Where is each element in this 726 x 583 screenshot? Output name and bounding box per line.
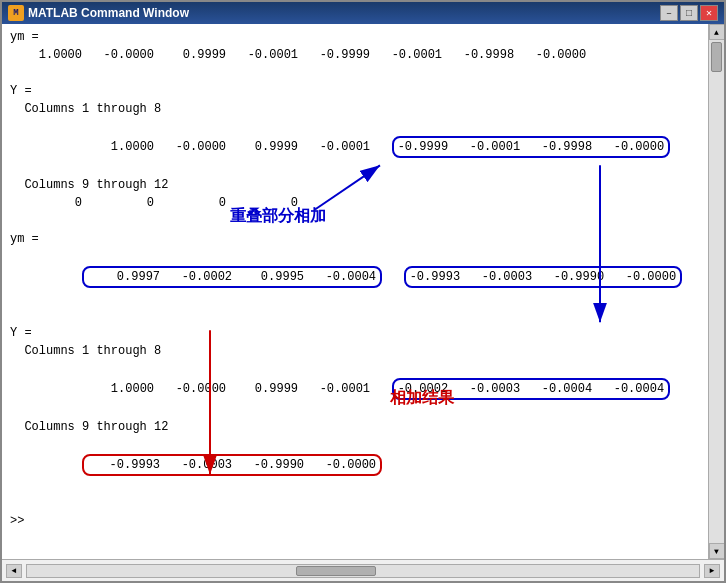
y-row1-left: 1.0000 -0.0000 0.9999 -0.0001 [82, 140, 392, 154]
annotation-result-text: 相加结果 [390, 389, 454, 406]
spacer-1 [10, 64, 700, 82]
y-row1: 1.0000 -0.0000 0.9999 -0.0001 -0.9999 -0… [10, 118, 700, 176]
minimize-button[interactable]: – [660, 5, 678, 21]
annotation-overlap-text: 重叠部分相加 [230, 207, 326, 224]
y-cols912-row1: 0 0 0 0 [10, 194, 700, 212]
annotation-overlap: 重叠部分相加 [230, 206, 326, 227]
scroll-track-v[interactable] [709, 40, 724, 543]
bottom-bar: ◄ ► [2, 559, 724, 581]
horizontal-scrollbar[interactable] [26, 564, 700, 578]
prompt-line: >> [10, 512, 700, 530]
window-title: MATLAB Command Window [28, 6, 189, 20]
y-row1-right-blue: -0.9999 -0.0001 -0.9998 -0.0000 [392, 136, 670, 158]
ym-row2-right-blue: -0.9993 -0.0003 -0.9990 -0.0000 [404, 266, 682, 288]
title-controls: – □ ✕ [660, 5, 718, 21]
cols-1-8-label-2: Columns 1 through 8 [10, 342, 700, 360]
ym-row2-mid [382, 270, 404, 284]
content-wrapper: ym = 1.0000 -0.0000 0.9999 -0.0001 -0.99… [10, 28, 700, 548]
main-content[interactable]: ym = 1.0000 -0.0000 0.9999 -0.0001 -0.99… [2, 24, 708, 559]
cols-9-12-label-2: Columns 9 through 12 [10, 418, 700, 436]
spacer-3 [10, 306, 700, 324]
title-bar-left: M MATLAB Command Window [8, 5, 189, 21]
ym-label-1: ym = [10, 28, 700, 46]
cols-1-8-label-1: Columns 1 through 8 [10, 100, 700, 118]
spacer-2 [10, 212, 700, 230]
ym-label-2: ym = [10, 230, 700, 248]
content-area: ym = 1.0000 -0.0000 0.9999 -0.0001 -0.99… [2, 24, 724, 559]
spacer-4 [10, 494, 700, 512]
scroll-up-button[interactable]: ▲ [709, 24, 725, 40]
y2-row1-left: 1.0000 -0.0000 0.9999 -0.0001 [82, 382, 392, 396]
scroll-right-button[interactable]: ► [704, 564, 720, 578]
ym-row2-left-blue: 0.9997 -0.0002 0.9995 -0.0004 [82, 266, 382, 288]
vertical-scrollbar[interactable]: ▲ ▼ [708, 24, 724, 559]
maximize-button[interactable]: □ [680, 5, 698, 21]
y2-cols912-red: -0.9993 -0.0003 -0.9990 -0.0000 [82, 454, 382, 476]
y-label-2: Y = [10, 324, 700, 342]
scroll-down-button[interactable]: ▼ [709, 543, 725, 559]
scroll-thumb-h[interactable] [296, 566, 376, 576]
ym-row2: 0.9997 -0.0002 0.9995 -0.0004 -0.9993 -0… [10, 248, 700, 306]
matlab-window: M MATLAB Command Window – □ ✕ ym = 1.000… [0, 0, 726, 583]
cols-9-12-label-1: Columns 9 through 12 [10, 176, 700, 194]
ym-row1: 1.0000 -0.0000 0.9999 -0.0001 -0.9999 -0… [10, 46, 700, 64]
scroll-left-button[interactable]: ◄ [6, 564, 22, 578]
app-icon: M [8, 5, 24, 21]
close-button[interactable]: ✕ [700, 5, 718, 21]
y2-row1: 1.0000 -0.0000 0.9999 -0.0001 -0.0002 -0… [10, 360, 700, 418]
scroll-thumb-v[interactable] [711, 42, 722, 72]
title-bar: M MATLAB Command Window – □ ✕ [2, 2, 724, 24]
annotation-result: 相加结果 [390, 388, 454, 409]
y2-cols912-row: -0.9993 -0.0003 -0.9990 -0.0000 [10, 436, 700, 494]
y-label-1: Y = [10, 82, 700, 100]
